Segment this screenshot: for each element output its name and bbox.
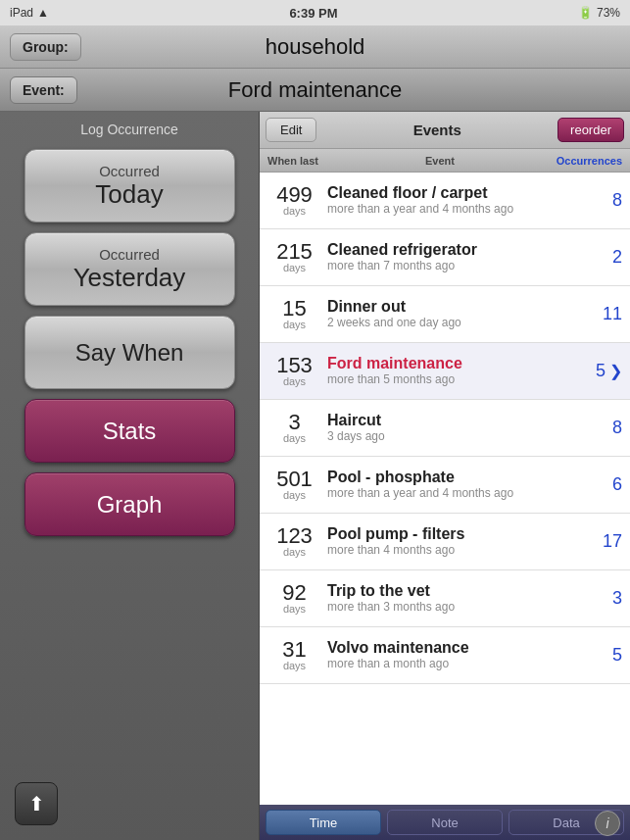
group-title: household xyxy=(266,34,365,60)
event-info-2: Dinner out 2 weeks and one day ago xyxy=(321,297,573,331)
event-count-area-8: 5 xyxy=(573,645,622,666)
event-count-3: 5 xyxy=(596,361,606,381)
event-days-5: 501 days xyxy=(267,469,321,501)
left-bottom-bar: ⬆ xyxy=(15,777,244,830)
occurred-today-top-label: Occurred xyxy=(99,163,160,179)
event-row[interactable]: 92 days Trip to the vet more than 3 mont… xyxy=(260,570,630,627)
event-row[interactable]: 3 days Haircut 3 days ago 8 xyxy=(260,400,630,457)
battery-icon: 🔋 xyxy=(578,6,593,20)
share-icon: ⬆ xyxy=(28,792,45,815)
stats-button[interactable]: Stats xyxy=(24,399,235,463)
event-row[interactable]: 15 days Dinner out 2 weeks and one day a… xyxy=(260,286,630,343)
days-number-1: 215 xyxy=(276,241,313,263)
left-panel: Log Occurrence Occurred Today Occurred Y… xyxy=(0,112,260,840)
event-name-3: Ford maintenance xyxy=(327,354,567,372)
event-row[interactable]: 501 days Pool - phosphate more than a ye… xyxy=(260,457,630,514)
event-info-0: Cleaned floor / carpet more than a year … xyxy=(321,183,573,218)
ipad-label: iPad xyxy=(10,6,33,20)
days-number-3: 153 xyxy=(276,355,313,376)
days-number-8: 31 xyxy=(282,639,306,661)
event-count-0: 8 xyxy=(612,190,622,211)
event-name-8: Volvo maintenance xyxy=(327,638,567,657)
event-name-6: Pool pump - filters xyxy=(327,524,567,543)
event-info-8: Volvo maintenance more than a month ago xyxy=(321,638,573,672)
event-count-4: 8 xyxy=(612,418,622,438)
days-number-0: 499 xyxy=(276,184,313,206)
event-when-2: 2 weeks and one day ago xyxy=(327,316,567,331)
tab-time[interactable]: Time xyxy=(266,810,381,835)
days-label-4: days xyxy=(283,433,306,444)
event-row[interactable]: 499 days Cleaned floor / carpet more tha… xyxy=(260,173,630,229)
events-label: Events xyxy=(320,122,554,138)
event-name-2: Dinner out xyxy=(327,297,567,316)
event-name-0: Cleaned floor / carpet xyxy=(327,183,567,202)
event-days-6: 123 days xyxy=(267,525,321,558)
col-occurrences-header: Occurrences xyxy=(544,155,622,167)
days-number-6: 123 xyxy=(276,525,313,547)
event-when-8: more than a month ago xyxy=(327,657,567,672)
bottom-tabs: TimeNoteData xyxy=(260,805,630,840)
event-title: Ford maintenance xyxy=(228,77,402,103)
status-bar: iPad ▲ 6:39 PM 🔋 73% xyxy=(0,0,630,25)
event-name-4: Haircut xyxy=(327,411,567,429)
days-number-4: 3 xyxy=(288,412,300,433)
event-days-1: 215 days xyxy=(267,241,321,273)
column-headers: When last Event Occurrences xyxy=(260,149,630,173)
days-label-0: days xyxy=(283,206,306,217)
log-occurrence-label: Log Occurrence xyxy=(80,122,178,137)
event-info-7: Trip to the vet more than 3 months ago xyxy=(321,581,573,616)
col-when-header: When last xyxy=(267,155,336,167)
event-count-6: 17 xyxy=(603,531,622,552)
event-count-area-3: 5 ❯ xyxy=(573,361,622,381)
event-info-3: Ford maintenance more than 5 months ago xyxy=(321,354,573,388)
group-button[interactable]: Group: xyxy=(10,33,81,61)
event-days-8: 31 days xyxy=(267,639,321,671)
event-days-3: 153 days xyxy=(267,355,321,387)
event-name-1: Cleaned refrigerator xyxy=(327,240,567,259)
edit-button[interactable]: Edit xyxy=(266,118,316,142)
event-days-4: 3 days xyxy=(267,412,321,444)
event-days-0: 499 days xyxy=(267,184,321,217)
occurred-yesterday-button[interactable]: Occurred Yesterday xyxy=(24,232,235,306)
event-count-5: 6 xyxy=(612,474,622,495)
reorder-button[interactable]: reorder xyxy=(557,118,624,142)
days-label-7: days xyxy=(283,604,306,615)
event-count-area-1: 2 xyxy=(573,247,622,268)
info-button[interactable]: i xyxy=(595,811,620,836)
event-button[interactable]: Event: xyxy=(10,76,77,104)
event-info-6: Pool pump - filters more than 4 months a… xyxy=(321,524,573,559)
event-info-5: Pool - phosphate more than a year and 4 … xyxy=(321,468,573,502)
event-days-2: 15 days xyxy=(267,298,321,330)
toolbar: Edit Events reorder xyxy=(260,112,630,149)
event-when-0: more than a year and 4 months ago xyxy=(327,202,567,218)
event-row[interactable]: 215 days Cleaned refrigerator more than … xyxy=(260,229,630,286)
event-row[interactable]: 153 days Ford maintenance more than 5 mo… xyxy=(260,343,630,400)
event-when-3: more than 5 months ago xyxy=(327,372,567,388)
status-right: 🔋 73% xyxy=(578,6,620,20)
days-number-5: 501 xyxy=(276,469,313,490)
event-when-6: more than 4 months ago xyxy=(327,543,567,559)
days-label-8: days xyxy=(283,661,306,671)
event-count-area-7: 3 xyxy=(573,588,622,609)
tab-note[interactable]: Note xyxy=(387,810,503,835)
share-button[interactable]: ⬆ xyxy=(15,782,58,825)
graph-button[interactable]: Graph xyxy=(24,472,235,536)
event-info-1: Cleaned refrigerator more than 7 months … xyxy=(321,240,573,274)
event-row[interactable]: 123 days Pool pump - filters more than 4… xyxy=(260,514,630,570)
event-row[interactable]: 31 days Volvo maintenance more than a mo… xyxy=(260,627,630,684)
say-when-button[interactable]: Say When xyxy=(24,316,235,389)
event-when-4: 3 days ago xyxy=(327,429,567,445)
days-label-2: days xyxy=(283,320,306,330)
events-list: 499 days Cleaned floor / carpet more tha… xyxy=(260,173,630,805)
event-count-7: 3 xyxy=(612,588,622,609)
days-label-6: days xyxy=(283,547,306,558)
col-event-header: Event xyxy=(336,155,544,167)
days-label-5: days xyxy=(283,490,306,501)
event-count-area-4: 8 xyxy=(573,418,622,438)
event-count-1: 2 xyxy=(612,247,622,268)
occurred-yesterday-top-label: Occurred xyxy=(99,246,160,263)
event-count-8: 5 xyxy=(612,645,622,666)
battery-level: 73% xyxy=(597,6,620,20)
days-label-3: days xyxy=(283,376,306,387)
occurred-today-button[interactable]: Occurred Today xyxy=(24,149,235,222)
